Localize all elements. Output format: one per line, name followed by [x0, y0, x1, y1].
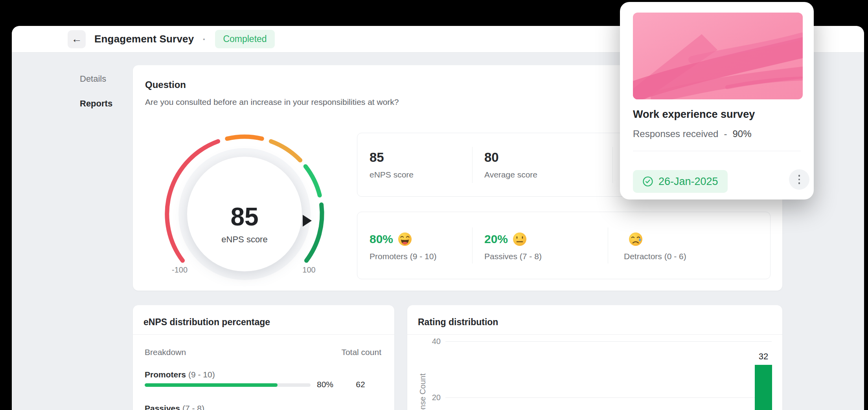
passives-segment: 20% Passives (7 - 8): [473, 212, 608, 279]
bar-value-label: 32: [751, 351, 776, 362]
breakdown-column-header: Breakdown: [145, 348, 186, 357]
divider: [133, 334, 394, 335]
gauge-segment-green: [305, 167, 320, 196]
enps-distribution-title: eNPS distribution percentage: [143, 317, 270, 328]
gauge-label: eNPS score: [205, 234, 284, 245]
row-name-text: Passives: [145, 404, 180, 410]
completion-date-chip: 26-Jan-2025: [633, 170, 728, 193]
survey-cover-image: [633, 13, 803, 99]
kebab-menu-button[interactable]: [789, 169, 809, 190]
check-circle-icon: [642, 176, 653, 187]
question-card-title: Question: [145, 79, 186, 90]
rating-distribution-card: Rating distribution 40 20 Response Count…: [407, 305, 782, 410]
average-score-label: Average score: [484, 170, 612, 179]
back-button[interactable]: ←: [68, 30, 86, 48]
arrow-left-icon: ←: [72, 33, 82, 45]
crying-face-emoji: [629, 232, 643, 246]
row-name-text: Promoters: [145, 370, 186, 379]
average-score-value: 80: [484, 150, 612, 165]
gauge-segment-orange: [227, 137, 262, 139]
neutral-face-emoji: [513, 232, 527, 246]
promoters-progress-fill: [145, 383, 278, 387]
y-axis-label: Response Count: [418, 373, 427, 410]
passives-row-label: Passives(7 - 8): [145, 404, 204, 410]
passives-percent: 20%: [484, 232, 508, 246]
detractors-label: Detractors (0 - 6): [624, 252, 770, 261]
enps-score-stat: 85 eNPS score: [357, 133, 472, 196]
title-separator-dot: ·: [202, 34, 206, 45]
completion-date: 26-Jan-2025: [658, 176, 718, 188]
pink-brush-artwork: [633, 13, 803, 99]
y-tick-40: 40: [417, 337, 441, 346]
promoters-segment: 80% Promoters (9: [357, 212, 472, 279]
work-experience-survey-card[interactable]: Work experience survey Responses receive…: [620, 2, 814, 200]
survey-title: Work experience survey: [633, 108, 755, 121]
gridline-40: [445, 341, 772, 342]
divider: [633, 151, 801, 151]
enps-distribution-card: eNPS distribution percentage Breakdown T…: [133, 305, 394, 410]
kebab-menu-icon: [798, 175, 800, 177]
question-text: Are you consulted before an increase in …: [145, 97, 399, 107]
responses-value: 90%: [732, 128, 751, 139]
promoters-row-label: Promoters(9 - 10): [145, 370, 215, 379]
promoters-percent: 80%: [370, 232, 393, 246]
detractors-segment: Detractors (0 - 6): [608, 212, 770, 279]
rating-bar: [755, 365, 772, 410]
promoters-total-count: 62: [349, 380, 372, 389]
average-score-stat: 80 Average score: [473, 133, 612, 196]
passives-label: Passives (7 - 8): [484, 252, 608, 261]
sidebar-item-details[interactable]: Details: [80, 74, 106, 84]
sidebar-item-reports[interactable]: Reports: [80, 99, 112, 109]
responses-separator: -: [724, 128, 727, 139]
row-range-text: (9 - 10): [188, 370, 215, 379]
grinning-face-emoji: [398, 232, 412, 246]
gauge-value: 85: [205, 202, 284, 231]
gauge-max-label: 100: [297, 265, 321, 275]
screen: ← Engagement Survey · Completed Details …: [0, 0, 868, 410]
total-count-column-header: Total count: [310, 348, 381, 357]
responses-label: Responses received: [633, 128, 718, 139]
rating-distribution-title: Rating distribution: [418, 317, 498, 328]
divider: [407, 334, 782, 335]
page-title: Engagement Survey: [94, 33, 194, 45]
row-range-text: (7 - 8): [182, 404, 204, 410]
status-badge: Completed: [215, 30, 274, 48]
enps-score-value: 85: [370, 150, 472, 165]
promoters-label: Promoters (9 - 10): [370, 252, 472, 261]
segments-card: 80% Promoters (9: [357, 212, 771, 279]
promoters-progress-track: [145, 383, 311, 387]
gauge-min-label: -100: [168, 265, 191, 275]
promoters-percent-value: 80%: [306, 380, 333, 389]
gridline-20: [445, 397, 772, 398]
enps-score-label: eNPS score: [370, 170, 472, 179]
responses-line: Responses received-90%: [633, 128, 752, 139]
